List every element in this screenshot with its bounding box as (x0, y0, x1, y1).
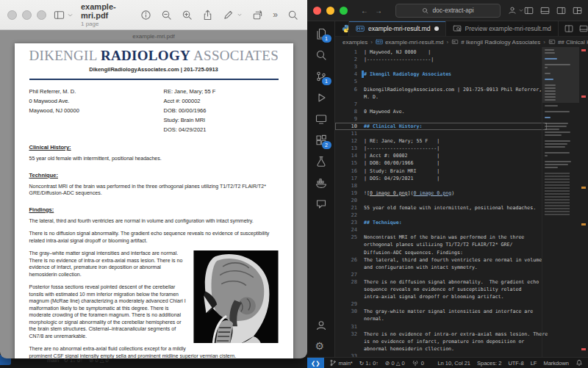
code-area[interactable]: 1| Maywood, NJ 0000 |2|-----------------… (335, 48, 547, 358)
letterhead-contact: DikengilRadiologyAssociates.com | 201-72… (29, 66, 279, 73)
markup-button[interactable] (223, 10, 234, 21)
tab-Preview example-mri-result.md[interactable]: Preview example-mri-result.md (446, 21, 559, 36)
split-editor-button[interactable] (564, 24, 573, 33)
line-number: 18 (335, 183, 362, 189)
rotate-button[interactable] (252, 10, 263, 21)
info-button[interactable] (140, 10, 151, 21)
breadcrumb-item[interactable]: example-mri-result.md (376, 38, 444, 46)
activity-docker-button[interactable] (315, 177, 327, 189)
activity-extensions-button[interactable]: 2 (315, 134, 327, 146)
minimap-line (545, 87, 556, 89)
breadcrumb-item[interactable]: # Ikengil Radiology Associates (451, 38, 540, 46)
overflow-button[interactable]: » (273, 10, 278, 19)
preview-content[interactable]: example-mri.pdf DIKENGIL RADIOLOGY ASSOC… (0, 30, 307, 358)
line-text: | Acct #: 00002 | (364, 153, 440, 159)
minimap-line (545, 149, 548, 151)
activity-gear-button[interactable]: ⚙ (315, 339, 327, 351)
status-item[interactable]: ⊘ 0 △ 0 (385, 360, 405, 367)
back-icon[interactable]: ← (361, 7, 368, 15)
account-menu[interactable] (508, 6, 524, 15)
minimap-line (545, 167, 558, 168)
line-text: ## Technique: (364, 220, 402, 226)
chevron-down-icon[interactable] (237, 12, 243, 18)
tab-example-mri-result.md[interactable]: example-mri-result.md (349, 21, 446, 36)
breadcrumb-item[interactable]: examples (343, 39, 368, 46)
letterhead-title: DIKENGIL RADIOLOGY ASSOCIATES (29, 48, 279, 64)
zoom-in-button[interactable] (182, 10, 193, 21)
remote-indicator[interactable]: ❮❯ (307, 358, 324, 368)
share-button[interactable] (202, 10, 213, 21)
line-text: M. D. (364, 94, 379, 100)
activity-account-button[interactable] (315, 320, 327, 331)
minimap-line (545, 52, 555, 54)
minimap-line (545, 117, 551, 118)
preview-window: example-mri.pdf 1 page » example-mri.pdf… (0, 0, 307, 358)
command-center[interactable]: doc-extract-api (395, 4, 501, 18)
status-item[interactable]: Markdown (543, 360, 569, 367)
status-label: main* (339, 360, 353, 367)
line-text: There is no diffusion signal abnormality… (364, 279, 539, 285)
activity-test-button[interactable] (315, 156, 327, 167)
editor[interactable]: 1| Maywood, NJ 0000 |2|-----------------… (335, 47, 588, 358)
code-line: 25Noncontrast MRI of the brain was perfo… (335, 234, 547, 241)
code-line: abnormal hemosiderin cllection. (335, 345, 547, 353)
layout-sidebar-right-button[interactable] (556, 6, 566, 15)
line-number: 3 (335, 64, 362, 70)
search-icon (422, 7, 429, 14)
layout-sidebar-left-icon (524, 6, 534, 15)
status-item[interactable]: UTF-8 (508, 360, 523, 367)
breadcrumb-item[interactable]: ## Clinical History: (548, 38, 588, 46)
layout-custom-button[interactable] (573, 6, 582, 15)
breadcrumb-label: example-mri-result.md (385, 39, 444, 46)
activity-remote-explorer-button[interactable] (315, 113, 327, 125)
code-line: 16| Study: Brain MRI | (335, 167, 547, 175)
minimap[interactable] (542, 47, 579, 358)
line-number: 26 (335, 257, 362, 263)
code-line: 32There is no evidence of intra-or extra… (335, 331, 547, 338)
notifications-bell-button[interactable] (576, 359, 583, 367)
line-text: ![0_image_0.png](0_image_0.png) (364, 190, 454, 196)
activity-source-control-button[interactable]: 1 (315, 71, 327, 82)
status-item[interactable]: Ln 10, Col 21 (437, 360, 470, 367)
modified-dot[interactable] (434, 26, 439, 31)
breadcrumb-separator: › (543, 39, 545, 46)
activity-files-button[interactable]: 1 (315, 28, 327, 40)
tab-main.py[interactable]: main.py (335, 21, 349, 36)
line-text: There is no evidence of intra-or extra-a… (364, 331, 548, 337)
chat-icon (315, 198, 327, 210)
line-text: # Ikengil Radiology Associates (364, 71, 451, 77)
line-text: intra-axial signal dropoff or blooming a… (364, 294, 504, 300)
layout-controls (524, 6, 582, 15)
forward-icon[interactable]: → (375, 7, 382, 15)
minimap-line (545, 82, 548, 83)
code-line: 26The lateral, third and fourth ventricl… (335, 256, 547, 264)
activity-chat-button[interactable] (315, 198, 327, 210)
code-line: 2155 year old female with intermittent, … (335, 204, 547, 212)
status-item[interactable]: 0 (412, 359, 424, 367)
window-controls[interactable] (7, 10, 46, 20)
layout-sidebar-left-button[interactable] (524, 6, 534, 15)
code-line: 4# Ikengil Radiology Associates (335, 71, 547, 78)
preview-toolbar: example-mri.pdf 1 page » (0, 0, 307, 30)
page-label: example-mri.pdf (0, 30, 307, 42)
breadcrumb[interactable]: examples›example-mri-result.md›# Ikengil… (335, 37, 588, 47)
split-editor-down-button[interactable] (579, 24, 588, 33)
line-number: 13 (335, 145, 362, 151)
line-text: Diffusion-ADC sequences. Findings: (364, 250, 463, 256)
sidebar-toggle-button[interactable] (54, 10, 74, 21)
window-controls[interactable] (313, 7, 348, 15)
window-subtitle: 1 page (81, 21, 136, 27)
activity-search-button[interactable] (315, 49, 327, 61)
line-text: The lateral, third and fourth ventricles… (364, 257, 542, 263)
layout-panel-button[interactable] (540, 6, 550, 15)
status-item[interactable]: ↻ 1↓ 0↑ (359, 360, 379, 367)
status-item[interactable]: Spaces: 2 (477, 360, 501, 367)
status-item[interactable]: main* (329, 359, 353, 367)
status-item[interactable]: LF (531, 360, 537, 367)
code-line: 80 Maywood Ave. (335, 108, 547, 115)
line-text: | Maywood, NJ 0000 | (364, 49, 431, 55)
minimap-line (545, 164, 568, 165)
search-button[interactable] (287, 10, 298, 21)
zoom-out-button[interactable] (161, 10, 172, 21)
activity-debug-button[interactable] (315, 92, 327, 104)
